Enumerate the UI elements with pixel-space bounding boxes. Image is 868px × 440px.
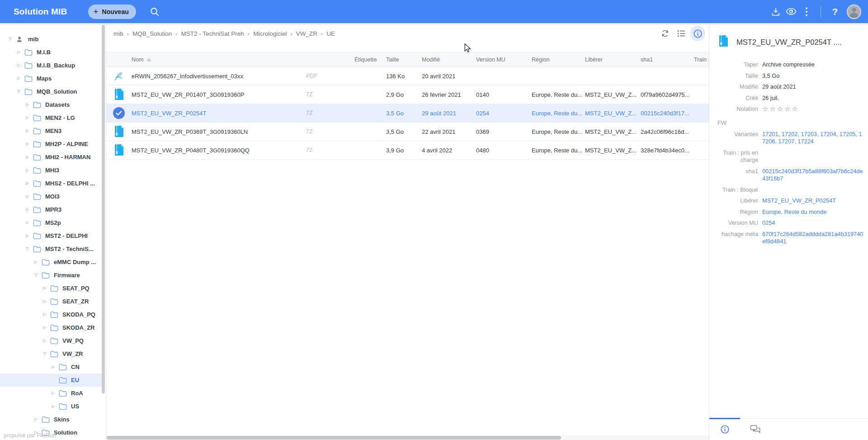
tree-expand-arrow[interactable]: ▷ xyxy=(24,103,30,107)
tree-expand-arrow[interactable]: ▷ xyxy=(42,312,47,317)
sidebar-scrollbar[interactable] xyxy=(102,25,105,393)
zip-file-icon[interactable] xyxy=(106,125,132,138)
zip-file-icon[interactable] xyxy=(106,144,132,156)
tree-expand-arrow[interactable]: ▷ xyxy=(50,365,56,369)
sidebar-item-mh2p-alpine[interactable]: ▷MH2P - ALPINE xyxy=(0,137,102,151)
sidebar-item-mqb-solution[interactable]: ▽MQB_Solution xyxy=(0,85,102,98)
sidebar-item-cn[interactable]: ▷CN xyxy=(0,360,102,374)
tree-expand-arrow[interactable]: ▷ xyxy=(42,286,47,290)
sidebar-item-men2-lg[interactable]: ▷MEN2 - LG xyxy=(0,111,102,124)
tree-expand-arrow[interactable]: ▽ xyxy=(16,90,22,94)
pdf-file-icon[interactable] xyxy=(106,71,132,81)
sidebar-item-roa[interactable]: ▷RoA xyxy=(0,387,102,400)
column-header-release[interactable]: Libérer xyxy=(585,57,641,63)
tree-expand-arrow[interactable]: ▷ xyxy=(42,326,47,330)
sidebar-item-us[interactable]: ▷US xyxy=(0,400,102,413)
sidebar-item-emmc-dump-[interactable]: ▷eMMC Dump ... xyxy=(0,255,102,269)
tree-expand-arrow[interactable]: ▷ xyxy=(24,116,30,120)
detail-value[interactable]: 00215c240d3f17b5a88f603af7b6c24de43f16b7 xyxy=(762,168,863,183)
tree-expand-arrow[interactable]: ▽ xyxy=(7,37,13,41)
tree-expand-arrow[interactable]: ▷ xyxy=(24,208,30,212)
detail-value[interactable]: 0254 xyxy=(762,219,863,227)
table-row[interactable]: MST2_EU_VW_ZR_P0369T_3G0919360LN7Z3,5 Go… xyxy=(106,123,709,141)
user-avatar[interactable] xyxy=(846,4,862,19)
tree-expand-arrow[interactable]: ▷ xyxy=(24,168,30,172)
column-header-train[interactable]: Train : xyxy=(694,57,709,63)
refresh-icon[interactable] xyxy=(657,26,673,41)
tree-expand-arrow[interactable]: ▷ xyxy=(24,221,30,225)
horizontal-scrollbar-thumb[interactable] xyxy=(107,436,561,440)
table-row[interactable]: MST2_EU_VW_ZR_P0254T7Z3,5 Go29 août 2021… xyxy=(106,104,709,123)
breadcrumb-segment-ue[interactable]: UE xyxy=(326,30,335,37)
tree-expand-arrow[interactable]: ▽ xyxy=(33,273,39,277)
sidebar-item-m-i-b-backup[interactable]: ▷M.I.B_Backup xyxy=(0,59,102,72)
table-row[interactable]: MST2_EU_VW_ZR_P0480T_3G0919360QQ7Z3,9 Go… xyxy=(106,141,709,160)
sidebar-item-mib[interactable]: ▽mib xyxy=(0,33,102,46)
tree-expand-arrow[interactable]: ▷ xyxy=(42,299,47,303)
column-header-modified[interactable]: Modifié xyxy=(422,57,476,63)
column-header-region[interactable]: Région xyxy=(532,57,585,63)
detail-value[interactable]: Europe, Reste du monde xyxy=(762,208,863,216)
sidebar-item-men3[interactable]: ▷MEN3 xyxy=(0,124,102,137)
selected-check-icon[interactable] xyxy=(106,107,132,119)
column-header-sha1[interactable]: sha1 xyxy=(641,57,694,63)
tree-expand-arrow[interactable]: ▷ xyxy=(24,129,30,133)
table-row[interactable]: MST2_EU_VW_ZR_P0140T_3G0919360P7Z2,9 Go2… xyxy=(106,85,709,104)
download-icon[interactable] xyxy=(768,4,783,19)
new-button[interactable]: + Nouveau xyxy=(88,5,136,19)
sidebar-item-ms2p[interactable]: ▷MS2p xyxy=(0,216,102,229)
help-icon[interactable]: ? xyxy=(827,4,843,19)
tree-expand-arrow[interactable]: ▽ xyxy=(24,247,30,251)
tree-expand-arrow[interactable]: ▷ xyxy=(24,142,30,146)
column-header-version-mu[interactable]: Version MU xyxy=(476,57,532,63)
tree-expand-arrow[interactable]: ▷ xyxy=(16,50,22,54)
sidebar-item-seat-pq[interactable]: ▷SEAT_PQ xyxy=(0,282,102,295)
sidebar-item-skins[interactable]: ▷Skins xyxy=(0,413,102,426)
sidebar-item-mhs2-delphi-[interactable]: ▷MHS2 - DELPHI ... xyxy=(0,177,102,190)
breadcrumb-segment-mst2-technisat-preh[interactable]: MST2 - TechniSat Preh xyxy=(181,30,244,37)
sidebar-item-mst2-delphi[interactable]: ▷MST2 - DELPHI xyxy=(0,229,102,242)
sidebar-item-datasets[interactable]: ▷Datasets xyxy=(0,98,102,111)
sidebar-item-vw-zr[interactable]: ▽VW_ZR xyxy=(0,347,102,360)
sidebar-item-mpr3[interactable]: ▷MPR3 xyxy=(0,203,102,216)
sidebar-item-firmware[interactable]: ▽Firmware xyxy=(0,269,102,282)
sidebar-item-skoda-zr[interactable]: ▷SKODA_ZR xyxy=(0,321,102,334)
column-header-size[interactable]: Taille xyxy=(386,57,422,63)
tab-comments[interactable] xyxy=(740,419,771,440)
breadcrumb-segment-micrologiciel[interactable]: Micrologiciel xyxy=(253,30,287,37)
tree-expand-arrow[interactable]: ▷ xyxy=(33,417,39,421)
list-view-icon[interactable] xyxy=(674,26,689,41)
sidebar-item-m-i-b[interactable]: ▷M.I.B xyxy=(0,46,102,59)
column-header-name[interactable]: Nom xyxy=(132,57,306,63)
tree-expand-arrow[interactable]: ▷ xyxy=(50,391,56,395)
sidebar-item-mhi2-harman[interactable]: ▷MHI2 - HARMAN xyxy=(0,151,102,164)
tree-expand-arrow[interactable]: ▷ xyxy=(16,76,22,80)
breadcrumb-segment-mib[interactable]: mib xyxy=(113,30,123,37)
column-header-tag[interactable]: Étiquette xyxy=(354,57,386,63)
tree-expand-arrow[interactable]: ▷ xyxy=(24,181,30,185)
tree-expand-arrow[interactable]: ▷ xyxy=(24,234,30,238)
horizontal-scrollbar-track[interactable] xyxy=(106,435,709,440)
tree-expand-arrow[interactable]: ▷ xyxy=(50,404,56,408)
tree-expand-arrow[interactable]: ▷ xyxy=(16,63,22,67)
sidebar-item-maps[interactable]: ▷Maps xyxy=(0,72,102,85)
zip-file-icon[interactable] xyxy=(106,88,132,101)
sidebar-item-seat-zr[interactable]: ▷SEAT_ZR xyxy=(0,295,102,308)
info-icon[interactable] xyxy=(690,26,705,41)
table-row[interactable]: eRWIN_2056267_Infodivertissement_03xxPDF… xyxy=(106,67,709,85)
breadcrumb-segment-mqb-solution[interactable]: MQB_Solution xyxy=(132,30,172,37)
tree-expand-arrow[interactable]: ▷ xyxy=(42,339,47,343)
tree-expand-arrow[interactable]: ▽ xyxy=(42,352,47,356)
rating-stars[interactable]: ☆☆☆☆☆ xyxy=(762,105,863,113)
sidebar-item-eu[interactable]: EU xyxy=(0,374,102,387)
more-options-icon[interactable] xyxy=(799,4,814,19)
tree-expand-arrow[interactable]: ▷ xyxy=(24,194,30,199)
preview-eye-icon[interactable] xyxy=(783,4,799,19)
search-icon[interactable] xyxy=(147,4,162,19)
sidebar-item-skoda-pq[interactable]: ▷SKODA_PQ xyxy=(0,308,102,321)
sidebar-item-mst2-technis-[interactable]: ▽MST2 - TechniS... xyxy=(0,242,102,255)
tree-expand-arrow[interactable]: ▷ xyxy=(24,155,30,159)
detail-value[interactable]: 670f17c264d582adddda281a4b319740ef8d4841 xyxy=(762,231,863,246)
tab-info[interactable] xyxy=(709,419,740,440)
sidebar-item-moi3[interactable]: ▷MOI3 xyxy=(0,190,102,203)
